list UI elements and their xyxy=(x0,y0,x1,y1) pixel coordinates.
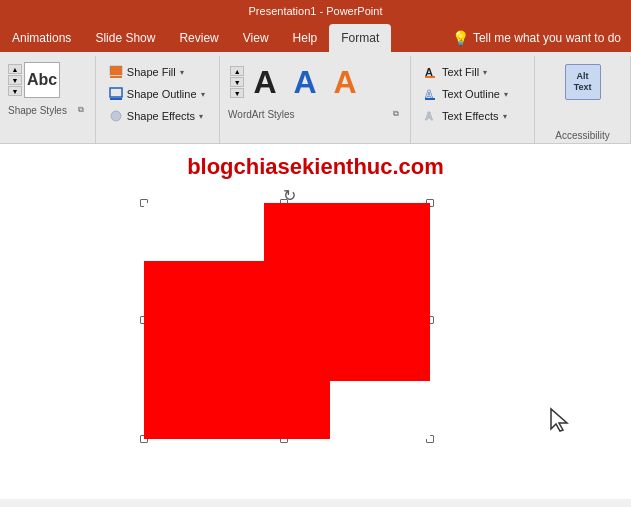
text-effects-button[interactable]: A Text Effects ▾ xyxy=(419,106,526,126)
shape-styles-label-row: Shape Styles ⧉ xyxy=(8,102,87,116)
wordart-scroll: ▲ ▼ ▼ xyxy=(230,66,244,98)
shape-fill-icon xyxy=(108,64,124,80)
shape-abc-preview[interactable]: Abc xyxy=(24,62,60,98)
tab-view[interactable]: View xyxy=(231,24,281,52)
text-buttons-group: A Text Fill ▾ A Text Outline ▾ A Text Ef… xyxy=(411,56,535,143)
tabs-row: Animations Slide Show Review View Help F… xyxy=(0,22,631,52)
alt-text-icon: AltText xyxy=(565,64,601,100)
svg-rect-6 xyxy=(425,76,435,78)
wordart-letter-a-black[interactable]: A xyxy=(246,60,284,104)
wordart-scroll-more[interactable]: ▼ xyxy=(230,88,244,98)
text-effects-icon: A xyxy=(423,108,439,124)
svg-rect-3 xyxy=(110,98,122,100)
shape-outline-label: Shape Outline xyxy=(127,88,197,100)
svg-rect-1 xyxy=(110,76,122,78)
wordart-group: ▲ ▼ ▼ A A A WordArt Styles ⧉ xyxy=(220,56,411,143)
shape-fill-button[interactable]: Shape Fill ▾ xyxy=(104,62,211,82)
lightbulb-icon: 💡 xyxy=(452,30,469,46)
wordart-styles-label: WordArt Styles xyxy=(228,109,390,120)
scroll-arrows-top: ▲ ▼ ▼ xyxy=(8,64,22,96)
shape-preview-row: ▲ ▼ ▼ Abc xyxy=(8,62,60,98)
svg-point-4 xyxy=(111,111,121,121)
shape-outline-icon xyxy=(108,86,124,102)
title-bar-text: Presentation1 - PowerPoint xyxy=(8,5,623,17)
wordart-letter-a-blue[interactable]: A xyxy=(286,60,324,104)
shape-effects-label: Shape Effects xyxy=(127,110,195,122)
text-outline-dropdown[interactable]: ▾ xyxy=(504,90,508,99)
svg-rect-8 xyxy=(425,98,435,100)
shape-styles-group: ▲ ▼ ▼ Abc Shape Styles ⧉ xyxy=(0,56,96,143)
shape-fill-label: Shape Fill xyxy=(127,66,176,78)
canvas-area: blogchiasekienthuc.com ↻ xyxy=(0,144,631,499)
wordart-label-row: WordArt Styles ⧉ xyxy=(228,106,402,120)
scroll-down[interactable]: ▼ xyxy=(8,75,22,85)
shape-effects-icon xyxy=(108,108,124,124)
wordart-scroll-down[interactable]: ▼ xyxy=(230,77,244,87)
text-fill-icon: A xyxy=(423,64,439,80)
tab-help[interactable]: Help xyxy=(281,24,330,52)
text-effects-label: Text Effects xyxy=(442,110,499,122)
tell-me-label: Tell me what you want to do xyxy=(473,31,621,45)
svg-rect-0 xyxy=(110,66,122,75)
shape-outline-dropdown[interactable]: ▾ xyxy=(201,90,205,99)
svg-marker-13 xyxy=(551,409,567,431)
text-fill-button[interactable]: A Text Fill ▾ xyxy=(419,62,526,82)
wordart-scroll-up[interactable]: ▲ xyxy=(230,66,244,76)
cursor-icon xyxy=(549,407,571,439)
blog-text: blogchiasekienthuc.com xyxy=(0,154,631,180)
shape-buttons-group: Shape Fill ▾ Shape Outline ▾ Shape Effec… xyxy=(96,56,220,143)
shape-outline-button[interactable]: Shape Outline ▾ xyxy=(104,84,211,104)
shape-fill-dropdown[interactable]: ▾ xyxy=(180,68,184,77)
shape-styles-expand-icon[interactable]: ⧉ xyxy=(75,104,87,116)
text-fill-dropdown[interactable]: ▾ xyxy=(483,68,487,77)
text-outline-label: Text Outline xyxy=(442,88,500,100)
wordart-controls: ▲ ▼ ▼ A A A xyxy=(228,60,364,104)
title-bar: Presentation1 - PowerPoint xyxy=(0,0,631,22)
shape-styles-label: Shape Styles xyxy=(8,105,75,116)
text-fill-label: Text Fill xyxy=(442,66,479,78)
tab-format[interactable]: Format xyxy=(329,24,391,52)
alt-text-button[interactable]: AltText xyxy=(561,62,605,102)
tab-review[interactable]: Review xyxy=(167,24,230,52)
text-outline-button[interactable]: A Text Outline ▾ xyxy=(419,84,526,104)
scroll-up[interactable]: ▲ xyxy=(8,64,22,74)
svg-text:A: A xyxy=(425,110,433,122)
red-shape[interactable] xyxy=(144,203,430,439)
svg-rect-2 xyxy=(110,88,122,97)
text-outline-icon: A xyxy=(423,86,439,102)
ribbon: ▲ ▼ ▼ Abc Shape Styles ⧉ Shape Fill ▾ xyxy=(0,52,631,144)
svg-rect-11 xyxy=(144,203,264,261)
svg-rect-12 xyxy=(330,381,430,439)
accessibility-label: Accessibility xyxy=(543,130,622,143)
tab-animations[interactable]: Animations xyxy=(0,24,83,52)
alt-access-group: AltText Accessibility xyxy=(535,56,631,143)
wordart-expand-icon[interactable]: ⧉ xyxy=(390,108,402,120)
scroll-expand[interactable]: ▼ xyxy=(8,86,22,96)
wordart-letter-a-orange[interactable]: A xyxy=(326,60,364,104)
tab-slideshow[interactable]: Slide Show xyxy=(83,24,167,52)
shape-effects-button[interactable]: Shape Effects ▾ xyxy=(104,106,211,126)
shape-effects-dropdown[interactable]: ▾ xyxy=(199,112,203,121)
tell-me-area[interactable]: 💡 Tell me what you want to do xyxy=(442,24,631,52)
text-effects-dropdown[interactable]: ▾ xyxy=(503,112,507,121)
